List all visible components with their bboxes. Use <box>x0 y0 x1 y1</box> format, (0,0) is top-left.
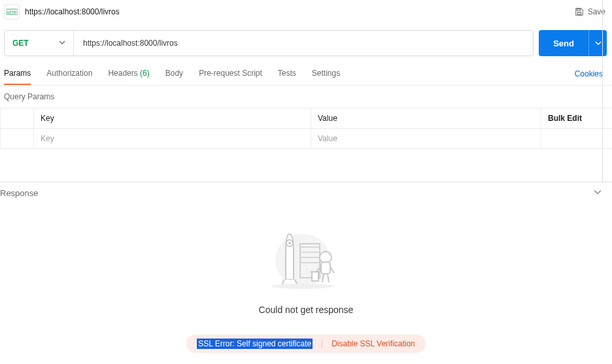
url-input[interactable] <box>74 31 533 56</box>
disable-ssl-button[interactable]: Disable SSL Verification <box>332 339 415 348</box>
row-extra <box>541 129 612 148</box>
top-bar-left: HTTP https://localhost:8000/livros <box>4 4 120 20</box>
row-handle[interactable] <box>0 129 34 148</box>
response-body: Could not get response SSL Error: Self s… <box>0 208 612 364</box>
send-button-group: Send <box>539 30 607 56</box>
method-url-group: GET <box>4 30 534 56</box>
send-dropdown-button[interactable] <box>588 30 607 56</box>
tab-tests[interactable]: Tests <box>278 63 296 85</box>
empty-response-illustration <box>264 221 348 293</box>
value-input[interactable]: Value <box>311 129 541 148</box>
tabs-list: Params Authorization Headers (6) Body Pr… <box>4 63 340 85</box>
method-label: GET <box>12 39 29 48</box>
request-tabs-row: Params Authorization Headers (6) Body Pr… <box>0 63 612 86</box>
query-params-table: Key Value Bulk Edit Key Value <box>0 108 612 149</box>
svg-rect-11 <box>321 262 330 274</box>
url-row: GET Send <box>0 30 612 63</box>
svg-text:HTTP: HTTP <box>7 10 17 14</box>
tab-settings[interactable]: Settings <box>312 63 340 85</box>
table-header-row: Key Value Bulk Edit <box>0 108 612 129</box>
http-method-icon: HTTP <box>4 4 20 20</box>
chevron-down-icon[interactable] <box>594 188 602 198</box>
cookies-link[interactable]: Cookies <box>571 63 607 84</box>
tab-headers-label: Headers <box>108 69 137 78</box>
tab-authorization[interactable]: Authorization <box>46 63 92 85</box>
chevron-down-icon <box>595 40 602 46</box>
save-button[interactable]: Save <box>575 7 605 16</box>
query-params-title: Query Params <box>0 86 612 108</box>
svg-point-18 <box>271 284 334 289</box>
tab-params[interactable]: Params <box>4 63 31 85</box>
ssl-divider <box>322 339 322 348</box>
svg-rect-16 <box>312 272 318 281</box>
ssl-error-pill: SSL Error: Self signed certificate Disab… <box>186 335 426 353</box>
panel-divider-vertical <box>602 0 603 182</box>
response-message: Could not get response <box>259 305 354 315</box>
svg-point-9 <box>288 242 291 244</box>
panel-divider-horizontal[interactable] <box>0 182 612 182</box>
top-bar: HTTP https://localhost:8000/livros Save <box>0 0 612 24</box>
svg-line-15 <box>328 274 329 282</box>
response-label: Response <box>0 188 39 198</box>
method-select[interactable]: GET <box>5 31 74 56</box>
send-button[interactable]: Send <box>539 30 588 56</box>
key-input[interactable]: Key <box>34 129 311 148</box>
headers-count-badge: (6) <box>140 69 150 78</box>
tab-headers[interactable]: Headers (6) <box>108 63 149 85</box>
ssl-error-text: SSL Error: Self signed certificate <box>197 339 313 349</box>
row-handle-header <box>0 108 34 128</box>
bulk-edit-button[interactable]: Bulk Edit <box>541 108 612 128</box>
response-header: Response <box>0 186 612 201</box>
tab-body[interactable]: Body <box>165 63 183 85</box>
request-title: https://localhost:8000/livros <box>25 7 120 16</box>
chevron-down-icon <box>59 39 65 48</box>
tab-prerequest[interactable]: Pre-request Script <box>199 63 262 85</box>
save-icon <box>575 7 584 16</box>
column-header-key: Key <box>34 108 311 128</box>
column-header-value: Value <box>311 108 541 128</box>
table-row: Key Value <box>0 129 612 148</box>
